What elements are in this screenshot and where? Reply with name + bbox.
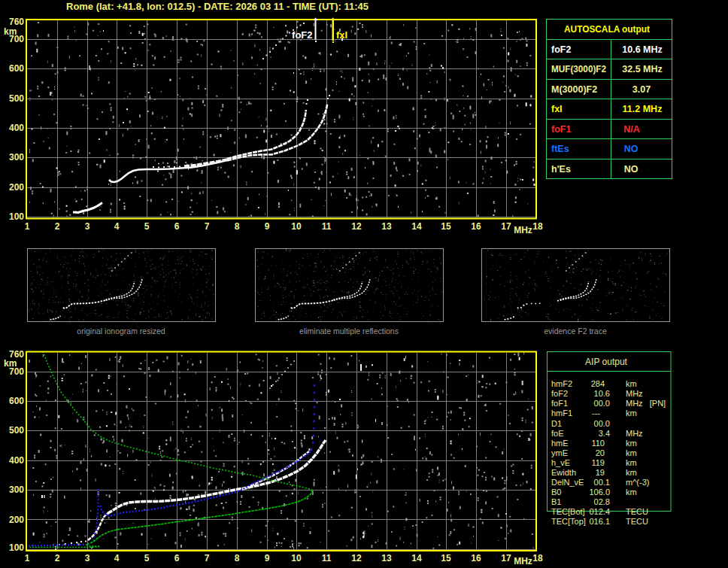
svg-text:foF1: foF1 (551, 124, 571, 135)
svg-text:02.8: 02.8 (594, 497, 610, 506)
svg-text:12: 12 (351, 221, 362, 232)
svg-text:km: km (626, 409, 637, 418)
svg-text:5: 5 (144, 553, 150, 563)
svg-text:20: 20 (596, 448, 605, 457)
svg-text:km: km (4, 358, 17, 369)
svg-text:016.1: 016.1 (589, 517, 610, 526)
svg-text:foF1: foF1 (551, 399, 568, 408)
svg-text:evidence F2 trace: evidence F2 trace (544, 327, 607, 336)
svg-text:00.1: 00.1 (594, 478, 610, 487)
svg-text:NO: NO (624, 164, 639, 175)
svg-text:00.0: 00.0 (594, 419, 610, 428)
svg-text:MHz [PN]: MHz [PN] (626, 399, 666, 408)
svg-text:7: 7 (205, 553, 210, 563)
svg-text:18: 18 (532, 553, 543, 563)
svg-text:200: 200 (9, 182, 24, 193)
svg-text:Rome (lat: +41.8, lon: 012.5): Rome (lat: +41.8, lon: 012.5) - DATE: 20… (66, 1, 369, 12)
svg-text:3.07: 3.07 (632, 84, 651, 95)
svg-text:119: 119 (591, 458, 605, 467)
svg-text:TECU: TECU (626, 517, 648, 526)
svg-text:hmF2: hmF2 (551, 379, 572, 388)
svg-text:15: 15 (441, 221, 451, 232)
svg-text:11.2 MHz: 11.2 MHz (623, 104, 663, 114)
svg-text:16: 16 (471, 221, 481, 232)
svg-text:---: --- (592, 409, 600, 418)
svg-text:6: 6 (174, 221, 180, 232)
svg-text:km: km (626, 448, 637, 457)
svg-text:300: 300 (9, 484, 24, 495)
svg-text:4: 4 (114, 221, 120, 232)
svg-text:1: 1 (25, 221, 30, 232)
svg-text:4: 4 (114, 553, 120, 563)
svg-text:6: 6 (174, 553, 180, 563)
svg-text:3: 3 (85, 221, 90, 232)
svg-text:hmE: hmE (551, 439, 569, 448)
svg-text:km: km (626, 458, 637, 467)
svg-text:foF2: foF2 (551, 389, 568, 398)
svg-text:MHz: MHz (514, 556, 532, 566)
svg-text:600: 600 (9, 396, 24, 406)
svg-text:M(3000)F2: M(3000)F2 (551, 84, 597, 95)
svg-text:300: 300 (9, 152, 24, 163)
svg-text:14: 14 (411, 553, 422, 563)
svg-text:fxI: fxI (551, 104, 563, 114)
svg-text:10.6: 10.6 (594, 389, 610, 398)
svg-text:400: 400 (9, 123, 24, 133)
svg-text:h'Es: h'Es (551, 164, 571, 175)
svg-text:012.4: 012.4 (589, 507, 610, 516)
svg-text:110: 110 (591, 439, 605, 448)
svg-text:3: 3 (85, 553, 90, 563)
svg-text:11: 11 (322, 553, 332, 563)
svg-text:foF2: foF2 (551, 44, 571, 55)
svg-text:18: 18 (532, 221, 543, 232)
svg-text:1: 1 (25, 553, 30, 563)
svg-text:km: km (4, 26, 17, 37)
svg-text:2: 2 (55, 553, 60, 563)
svg-text:284: 284 (591, 379, 605, 388)
svg-text:00.0: 00.0 (594, 399, 610, 408)
svg-text:3.4: 3.4 (599, 429, 610, 438)
svg-text:DelN_vE: DelN_vE (551, 478, 584, 487)
svg-text:foF2: foF2 (292, 29, 312, 41)
svg-text:17: 17 (501, 221, 511, 232)
svg-text:B0: B0 (551, 488, 561, 497)
svg-text:16: 16 (471, 553, 481, 563)
svg-text:ymE: ymE (551, 448, 568, 457)
svg-text:32.5 MHz: 32.5 MHz (622, 64, 663, 74)
svg-text:AUTOSCALA output: AUTOSCALA output (564, 24, 651, 35)
svg-text:ftEs: ftEs (551, 144, 569, 154)
svg-text:600: 600 (9, 63, 24, 74)
svg-text:13: 13 (381, 553, 392, 563)
svg-text:h_vE: h_vE (551, 458, 570, 467)
svg-text:8: 8 (235, 221, 240, 232)
svg-text:7: 7 (205, 221, 210, 232)
svg-text:8: 8 (235, 553, 240, 563)
svg-text:eliminate multiple reflections: eliminate multiple reflections (299, 327, 399, 336)
svg-text:TECU: TECU (626, 507, 648, 516)
svg-text:km: km (626, 468, 637, 477)
svg-text:14: 14 (411, 221, 422, 232)
svg-text:original ionogram resized: original ionogram resized (77, 327, 165, 336)
svg-text:m^(-3): m^(-3) (626, 478, 649, 487)
svg-text:13: 13 (381, 221, 392, 232)
svg-text:10.6 MHz: 10.6 MHz (622, 44, 663, 55)
svg-text:B1: B1 (551, 497, 561, 506)
svg-text:NO: NO (624, 144, 639, 154)
svg-text:500: 500 (9, 425, 24, 436)
svg-text:17: 17 (501, 553, 511, 563)
svg-text:9: 9 (265, 553, 270, 563)
svg-text:5: 5 (144, 221, 150, 232)
svg-text:100: 100 (9, 542, 24, 553)
svg-text:foE: foE (551, 429, 564, 438)
svg-text:10: 10 (291, 221, 302, 232)
svg-text:12: 12 (351, 553, 362, 563)
svg-text:TEC[Bot]: TEC[Bot] (551, 507, 585, 516)
svg-text:15: 15 (441, 553, 451, 563)
svg-text:AIP output: AIP output (585, 357, 627, 367)
svg-text:200: 200 (9, 515, 24, 525)
svg-text:19: 19 (596, 468, 605, 477)
svg-text:TEC[Top]: TEC[Top] (551, 517, 586, 526)
svg-text:10: 10 (291, 553, 302, 563)
svg-text:km: km (626, 488, 637, 497)
svg-text:11: 11 (322, 221, 332, 232)
